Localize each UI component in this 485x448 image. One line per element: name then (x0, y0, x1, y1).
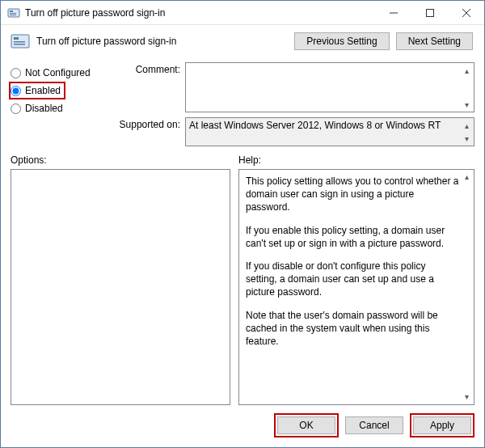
radio-not-configured[interactable]: Not Configured (11, 64, 109, 82)
radio-enabled-input[interactable] (11, 86, 21, 96)
help-label: Help: (238, 154, 474, 166)
radio-enabled[interactable]: Enabled (11, 85, 61, 96)
help-paragraph: If you disable or don't configure this p… (246, 260, 459, 299)
supported-label: Supported on: (109, 117, 180, 130)
apply-highlight: Apply (410, 413, 474, 437)
gpo-setting-dialog: Turn off picture password sign-in Turn o… (0, 0, 485, 448)
scroll-up-icon[interactable]: ▴ (460, 171, 473, 184)
previous-setting-button[interactable]: Previous Setting (294, 32, 389, 50)
titlebar: Turn off picture password sign-in (1, 1, 484, 25)
svg-rect-1 (10, 11, 13, 12)
cancel-button[interactable]: Cancel (345, 416, 403, 434)
config-area: Not Configured Enabled Disabled Comment: (1, 59, 484, 146)
radio-not-configured-label: Not Configured (25, 67, 91, 78)
state-radios: Not Configured Enabled Disabled (11, 62, 109, 146)
panes: Options: Help: This policy setting allow… (1, 146, 484, 405)
help-pane: Help: This policy setting allows you to … (238, 154, 474, 405)
minimize-button[interactable] (375, 1, 411, 24)
ok-button[interactable]: OK (277, 416, 335, 434)
radio-disabled-label: Disabled (25, 103, 63, 114)
svg-rect-2 (10, 13, 16, 14)
ok-highlight: OK (274, 413, 339, 437)
window-title: Turn off picture password sign-in (25, 7, 375, 19)
radio-disabled-input[interactable] (11, 104, 21, 114)
scroll-down-icon[interactable]: ▾ (460, 98, 473, 111)
svg-rect-6 (14, 37, 19, 40)
options-pane: Options: (11, 154, 230, 405)
scroll-up-icon[interactable]: ▴ (460, 64, 473, 77)
header: Turn off picture password sign-in Previo… (1, 25, 484, 59)
policy-icon (7, 6, 20, 19)
apply-button[interactable]: Apply (413, 416, 471, 434)
policy-name: Turn off picture password sign-in (36, 36, 294, 47)
policy-large-icon (9, 32, 32, 51)
help-box[interactable]: This policy setting allows you to contro… (238, 169, 474, 405)
svg-rect-4 (426, 9, 433, 16)
close-button[interactable] (448, 1, 484, 24)
comment-label: Comment: (109, 62, 180, 75)
supported-box: At least Windows Server 2012, Windows 8 … (185, 117, 474, 146)
supported-value: At least Windows Server 2012, Windows 8 … (189, 120, 441, 131)
radio-disabled[interactable]: Disabled (11, 99, 109, 117)
help-paragraph: This policy setting allows you to contro… (246, 175, 459, 214)
svg-rect-7 (14, 41, 25, 43)
enabled-highlight: Enabled (9, 82, 65, 99)
options-label: Options: (11, 154, 230, 166)
radio-not-configured-input[interactable] (11, 68, 21, 78)
svg-rect-3 (10, 15, 16, 15)
radio-enabled-label: Enabled (25, 85, 61, 96)
scroll-up-icon[interactable]: ▴ (460, 119, 473, 132)
scroll-down-icon[interactable]: ▾ (460, 132, 473, 145)
options-box[interactable] (11, 169, 230, 405)
comment-box[interactable]: ▴ ▾ (185, 62, 474, 112)
scroll-down-icon[interactable]: ▾ (460, 391, 473, 404)
dialog-footer: OK Cancel Apply (1, 405, 484, 447)
next-setting-button[interactable]: Next Setting (396, 32, 473, 50)
help-paragraph: Note that the user's domain password wil… (246, 309, 459, 349)
help-paragraph: If you enable this policy setting, a dom… (246, 224, 459, 250)
maximize-button[interactable] (411, 1, 448, 24)
svg-rect-8 (14, 44, 25, 45)
